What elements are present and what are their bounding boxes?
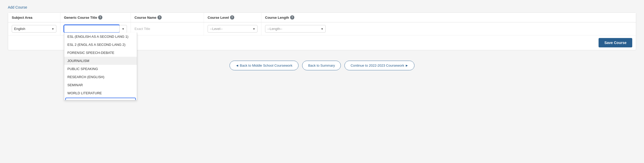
course-level-select-wrapper: --Level-- AP Honors Regular ▼ [208, 25, 257, 33]
generic-title-dropdown-button[interactable]: ▼ [119, 25, 127, 33]
continue-button[interactable]: Continue to 2022-2023 Coursework ► [344, 61, 414, 70]
generic-title-wrapper: ▼ ESL (ENGLISH AS A SECOND LANG 1) ESL 2… [64, 25, 127, 33]
add-course-link[interactable]: Add Course [8, 5, 636, 9]
save-course-button[interactable]: Save Course [599, 38, 632, 47]
back-middle-school-button[interactable]: ◄ Back to Middle School Coursework [230, 61, 298, 70]
generic-title-dropdown-menu: ESL (ENGLISH AS A SECOND LANG 1) ESL 2 (… [64, 33, 137, 100]
course-length-select-wrapper: --Length-- Full Year Semester Trimester … [265, 25, 326, 33]
header-course-level: Course Level ? [204, 13, 261, 22]
header-course-length-label: Course Length [265, 16, 289, 20]
course-length-select[interactable]: --Length-- Full Year Semester Trimester [265, 25, 326, 33]
dropdown-item-world-lit[interactable]: WORLD LITERATURE [64, 89, 137, 97]
course-name-cell: Exact Title [131, 22, 204, 35]
course-name-placeholder: Exact Title [134, 27, 150, 31]
header-generic-title-label: Generic Course Title [64, 16, 97, 20]
dropdown-item-seminar[interactable]: SEMINAR [64, 81, 137, 89]
course-level-help-icon[interactable]: ? [230, 15, 234, 20]
course-level-cell: --Level-- AP Honors Regular ▼ [204, 22, 261, 35]
dropdown-item-esl2[interactable]: ESL 2 (ENGL AS A SECOND LANG 2) [64, 41, 137, 49]
header-course-level-label: Course Level [208, 16, 229, 20]
generic-title-input[interactable] [64, 25, 120, 33]
subject-area-cell: English Math Science History ▼ [8, 22, 60, 35]
course-length-cell: --Length-- Full Year Semester Trimester … [261, 22, 329, 35]
generic-course-title-cell: ▼ ESL (ENGLISH AS A SECOND LANG 1) ESL 2… [60, 22, 131, 35]
header-subject-area: Subject Area [8, 13, 60, 22]
course-length-help-icon[interactable]: ? [290, 15, 294, 20]
course-level-select[interactable]: --Level-- AP Honors Regular [208, 25, 257, 33]
header-course-length: Course Length ? [261, 13, 329, 22]
header-course-name: Course Name ? [131, 13, 204, 22]
dropdown-item-research[interactable]: RESEARCH (ENGLISH) [64, 73, 137, 81]
subject-area-select[interactable]: English Math Science History [12, 25, 56, 33]
dropdown-item-esl1[interactable]: ESL (ENGLISH AS A SECOND LANG 1) [64, 33, 137, 41]
header-subject-area-label: Subject Area [12, 16, 32, 20]
dropdown-item-journalism[interactable]: JOURNALISM [64, 57, 137, 65]
header-course-name-label: Course Name [134, 16, 156, 20]
table-row: English Math Science History ▼ ▼ ESL (EN… [8, 22, 636, 35]
subject-area-select-wrapper: English Math Science History ▼ [12, 25, 56, 33]
course-name-help-icon[interactable]: ? [157, 15, 162, 20]
dropdown-item-forensic[interactable]: FORENSIC SPEECH-DEBATE [64, 49, 137, 57]
back-summary-button[interactable]: Back to Summary [302, 61, 341, 70]
dropdown-item-public-speaking[interactable]: PUBLIC SPEAKING [64, 65, 137, 73]
dropdown-item-other-english[interactable]: OTHER ENGLISH [65, 98, 136, 100]
course-table: Subject Area Generic Course Title ? Cour… [8, 12, 636, 50]
table-header-row: Subject Area Generic Course Title ? Cour… [8, 13, 636, 22]
header-generic-course-title: Generic Course Title ? [60, 13, 131, 22]
generic-title-help-icon[interactable]: ? [98, 15, 102, 20]
